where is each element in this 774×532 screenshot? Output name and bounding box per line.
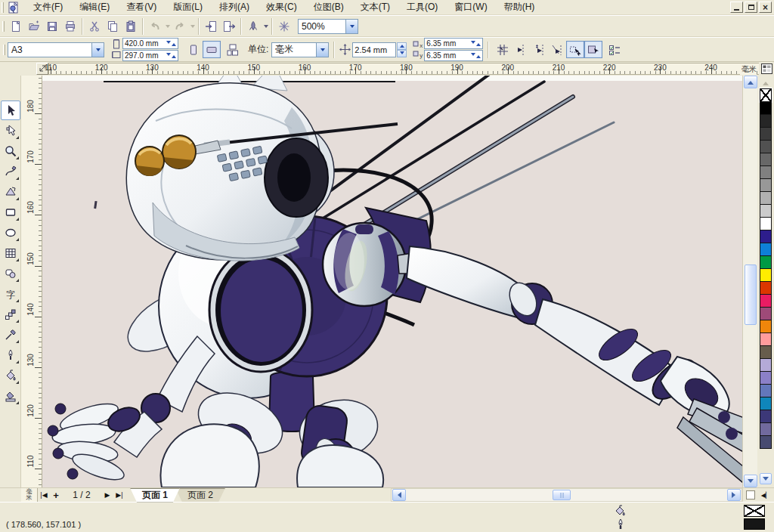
apply-to-all-pages-button[interactable] (224, 41, 242, 58)
last-page-button[interactable]: ▶| (113, 489, 125, 501)
menu-item-5[interactable]: 效果(C) (258, 0, 305, 15)
toolbar-grip[interactable] (3, 45, 5, 55)
palette-swatch-18[interactable] (760, 332, 772, 346)
next-page-button[interactable]: ▶ (101, 489, 113, 501)
palette-swatch-19[interactable] (760, 345, 772, 359)
tool-basic-shapes[interactable] (1, 264, 20, 283)
paper-width-spin[interactable] (166, 41, 176, 46)
palette-scroll-down-button[interactable] (760, 473, 772, 484)
tool-smart-drawing[interactable] (1, 182, 20, 202)
snap-to-objects-button[interactable] (566, 41, 584, 58)
outline-status-swatch[interactable] (744, 518, 765, 530)
snap-to-dynamic-guides-button[interactable] (584, 41, 602, 58)
units-combo[interactable]: 毫米 (271, 42, 329, 57)
zoom-combo-dropdown-icon[interactable] (345, 20, 358, 33)
undo-button[interactable] (146, 17, 164, 36)
nudge-offset-field[interactable]: 2.54 mm (352, 42, 396, 57)
application-launcher-button[interactable] (244, 17, 262, 36)
palette-swatch-25[interactable] (760, 422, 772, 436)
paper-type-combo[interactable]: A3 (8, 42, 104, 57)
duplicate-y-field[interactable]: 6.35 mm (424, 50, 483, 61)
palette-swatch-14[interactable] (760, 281, 772, 295)
close-button[interactable]: × (759, 2, 772, 13)
tool-freehand[interactable] (1, 162, 20, 181)
palette-swatch-4[interactable] (760, 153, 772, 166)
palette-swatch-7[interactable] (760, 191, 772, 205)
paper-height-field[interactable]: 297.0 mm (122, 50, 178, 61)
palette-expand-button[interactable]: ◀▏ (757, 488, 774, 502)
fill-status-swatch[interactable] (744, 505, 765, 517)
menu-item-7[interactable]: 文本(T) (352, 0, 398, 15)
new-document-button[interactable] (7, 17, 25, 36)
page-tab-1[interactable]: 页面 1 (130, 488, 180, 503)
options-checklist-button[interactable] (605, 41, 624, 58)
menu-item-3[interactable]: 版面(L) (165, 0, 211, 15)
menu-item-9[interactable]: 窗口(W) (446, 0, 495, 15)
snap-to-guidelines-button[interactable] (512, 41, 530, 58)
palette-swatch-11[interactable] (760, 243, 772, 256)
palette-swatch-24[interactable] (760, 410, 772, 423)
palette-swatch-0[interactable] (760, 101, 772, 115)
paper-width-field[interactable]: 420.0 mm (122, 38, 178, 49)
undo-dropdown[interactable] (164, 18, 171, 35)
tool-interactive-blend[interactable] (1, 305, 20, 324)
palette-swatch-10[interactable] (760, 230, 772, 243)
palette-swatch-17[interactable] (760, 320, 772, 333)
save-button[interactable] (43, 17, 61, 36)
minimize-button[interactable] (730, 2, 743, 13)
palette-swatch-15[interactable] (760, 294, 772, 308)
landscape-button[interactable] (203, 41, 221, 58)
horizontal-scroll-thumb[interactable] (553, 490, 571, 500)
scroll-down-button[interactable] (744, 475, 757, 487)
print-button[interactable] (61, 17, 79, 36)
palette-swatch-13[interactable] (760, 268, 772, 282)
palette-swatch-23[interactable] (760, 397, 772, 410)
tool-fill[interactable] (1, 366, 20, 385)
page-tab-2[interactable]: 页面 2 (175, 488, 225, 503)
snap-to-grid-button[interactable] (494, 41, 512, 58)
palette-swatch-20[interactable] (760, 358, 772, 372)
tool-pick[interactable] (1, 101, 20, 120)
tool-zoom[interactable] (1, 141, 20, 161)
palette-swatch-5[interactable] (760, 165, 772, 179)
snap-to-guidelines-angle-button[interactable] (548, 41, 566, 58)
restore-button[interactable] (745, 2, 757, 13)
palette-scroll-up-icon[interactable] (760, 76, 772, 88)
menu-item-8[interactable]: 工具(O) (398, 0, 446, 15)
tool-graph-paper[interactable] (1, 243, 20, 263)
menu-item-2[interactable]: 查看(V) (118, 0, 165, 15)
tool-outline[interactable] (1, 345, 20, 365)
palette-swatch-16[interactable] (760, 307, 772, 320)
palette-swatch-22[interactable] (760, 384, 772, 397)
palette-swatch-6[interactable] (760, 178, 772, 192)
palette-swatch-8[interactable] (760, 204, 772, 218)
no-color-swatch[interactable] (760, 88, 772, 102)
palette-swatch-3[interactable] (760, 140, 772, 153)
redo-button[interactable] (171, 17, 189, 36)
redo-dropdown[interactable] (189, 18, 196, 35)
zoom-level-combo[interactable]: 500% (298, 19, 358, 34)
duplicate-y-spin[interactable] (471, 53, 481, 58)
toolbar-grip[interactable] (2, 2, 4, 13)
vertical-scrollbar[interactable] (742, 76, 757, 487)
nudge-offset-spinner[interactable] (397, 42, 407, 57)
copy-button[interactable] (104, 17, 122, 36)
scroll-left-button[interactable] (392, 489, 406, 501)
tool-shape[interactable] (1, 121, 20, 141)
scroll-up-button[interactable] (744, 76, 757, 88)
paper-type-dropdown-icon[interactable] (91, 43, 104, 57)
paste-button[interactable] (122, 17, 140, 36)
add-page-button[interactable]: + (50, 489, 62, 501)
import-button[interactable] (202, 17, 220, 36)
palette-swatch-2[interactable] (760, 127, 772, 141)
palette-swatch-1[interactable] (760, 114, 772, 128)
menu-item-0[interactable]: 文件(F) (25, 0, 71, 15)
units-dropdown-icon[interactable] (316, 43, 328, 57)
duplicate-x-field[interactable]: 6.35 mm (424, 38, 483, 49)
scroll-right-button[interactable] (727, 489, 741, 501)
horizontal-scrollbar[interactable] (391, 488, 742, 502)
menu-item-10[interactable]: 帮助(H) (496, 0, 543, 15)
tool-ellipse[interactable] (1, 223, 20, 243)
menu-item-4[interactable]: 排列(A) (211, 0, 258, 15)
open-button[interactable] (25, 17, 43, 36)
